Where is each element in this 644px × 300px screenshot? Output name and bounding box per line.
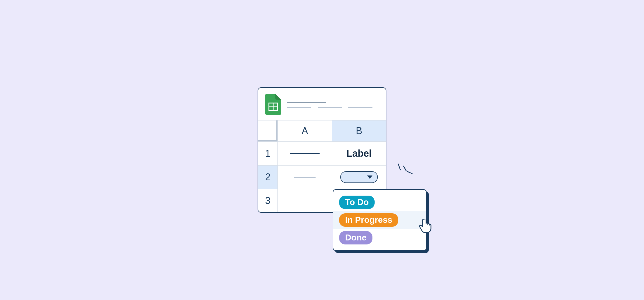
sheet-header	[258, 88, 386, 120]
menu-placeholder-line	[287, 107, 311, 108]
google-sheets-icon	[265, 94, 281, 116]
cursor-pointer-icon	[419, 219, 431, 234]
cell-placeholder-line	[290, 153, 320, 154]
column-header-row: A B	[258, 120, 386, 141]
cell-a2[interactable]	[277, 165, 332, 189]
status-chip-done: Done	[339, 231, 372, 244]
cell-a3[interactable]	[277, 189, 332, 212]
dropdown-option-todo[interactable]: To Do	[333, 193, 426, 211]
menu-placeholder-line	[318, 107, 342, 108]
cell-b1-label[interactable]: Label	[332, 141, 386, 165]
row-header-3[interactable]: 3	[258, 189, 277, 212]
svg-line-3	[398, 164, 400, 170]
accent-marks-icon	[392, 163, 414, 179]
svg-line-5	[407, 171, 412, 174]
cell-placeholder-line	[294, 177, 316, 178]
dropdown-option-done[interactable]: Done	[333, 229, 426, 247]
status-chip-todo: To Do	[339, 196, 375, 209]
svg-line-4	[404, 166, 406, 171]
dropdown-menu: To Do In Progress Done	[333, 189, 427, 251]
cell-b2-dropdown[interactable]	[332, 165, 386, 189]
row-header-2[interactable]: 2	[258, 165, 277, 189]
cell-a1[interactable]	[277, 141, 332, 165]
column-header-a[interactable]: A	[277, 120, 332, 141]
row-2: 2	[258, 165, 386, 189]
title-placeholder	[287, 102, 379, 108]
dropdown-option-in-progress[interactable]: In Progress	[333, 211, 426, 229]
menu-placeholder-line	[348, 107, 372, 108]
column-header-b[interactable]: B	[332, 120, 386, 141]
dropdown-chip[interactable]	[340, 171, 378, 183]
row-header-1[interactable]: 1	[258, 141, 277, 165]
illustration-stage: A B 1 Label 2	[258, 87, 386, 213]
row-1: 1 Label	[258, 141, 386, 165]
doc-title-placeholder-line	[287, 102, 326, 103]
select-all-corner[interactable]	[258, 120, 277, 141]
caret-down-icon	[367, 175, 372, 179]
status-chip-in-progress: In Progress	[339, 213, 398, 227]
